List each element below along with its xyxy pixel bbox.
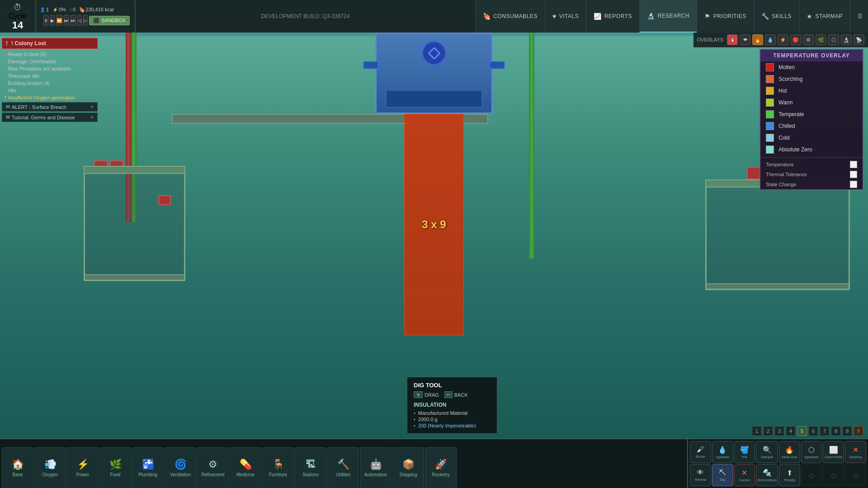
tab-food[interactable]: 🌿 Food	[99, 447, 131, 488]
tool-clear-floor[interactable]: ⬜ Clear Floor	[823, 441, 844, 463]
temp-color-temperate	[766, 110, 774, 118]
tool-spawner[interactable]: ⬡ Spawner	[801, 441, 822, 463]
tab-utilities[interactable]: 🔨 Utilities	[327, 447, 359, 488]
temperature-overlay-panel: TEMPERATURE OVERLAY Molten Scorching Hot…	[760, 49, 863, 190]
alert-surface-breach[interactable]: ✉ ALERT - Surface Breach ✕	[2, 102, 98, 112]
priority-3[interactable]: 3	[774, 426, 784, 436]
pause-btn[interactable]: ⏸	[43, 15, 49, 26]
morale-stat: ↕ 0	[70, 7, 75, 12]
tutorial-icon: ✉	[6, 114, 10, 120]
priority-8[interactable]: 8	[831, 426, 841, 436]
temp-checkbox-thermal[interactable]	[850, 171, 857, 178]
temp-option-state-change[interactable]: State Change	[760, 179, 863, 189]
temp-color-warm	[766, 99, 774, 107]
overlay-btn-2[interactable]: ❤	[740, 34, 750, 45]
tool-priority[interactable]: ⬆ Priority	[779, 464, 800, 486]
prev-btn[interactable]: ◁	[77, 15, 82, 26]
nav-starmap[interactable]: ★ STARMAP	[799, 0, 850, 33]
temp-scorching: Scorching	[760, 73, 863, 85]
alert-building-broken: Building broken (4)	[2, 80, 98, 87]
nav-skills[interactable]: 🔧 SKILLS	[754, 0, 799, 33]
tool-reveal[interactable]: 👁 Reveal	[690, 464, 711, 486]
reveal-icon: 👁	[697, 469, 704, 477]
tab-base[interactable]: 🏠 Base	[2, 447, 33, 488]
duplicant-icon: 👤	[40, 7, 45, 12]
overlay-btn-3[interactable]: 🔥	[752, 34, 763, 45]
alert-idle: Idle	[2, 87, 98, 94]
nav-consumables[interactable]: 🍖 CONSUMABLES	[475, 0, 545, 33]
tool-heat-gun[interactable]: 🔥 Heat Gun	[779, 441, 800, 463]
priority-9[interactable]: 9	[842, 426, 852, 436]
tab-refinement[interactable]: ⚙ Refinement	[197, 447, 229, 488]
priority-6[interactable]: 6	[808, 426, 818, 436]
overlay-btn-9[interactable]: ⬡	[828, 34, 839, 45]
overlay-btn-4[interactable]: 💧	[765, 34, 776, 45]
heat-gun-icon: 🔥	[785, 446, 794, 454]
temp-option-temperature[interactable]: Temperature	[760, 160, 863, 169]
left-panel: ! ! Colony Lost Ready to land (9) Damage…	[0, 36, 99, 124]
tool-fill[interactable]: 🪣 Fill	[734, 441, 755, 463]
tab-medicine[interactable]: 💊 Medicine	[230, 447, 261, 488]
tab-power[interactable]: ⚡ Power	[67, 447, 99, 488]
priority-4[interactable]: 4	[786, 426, 796, 436]
tab-plumbing[interactable]: 🚰 Plumbing	[132, 447, 164, 488]
priority-special[interactable]: !!	[854, 426, 863, 436]
overlay-btn-10[interactable]: 🔬	[841, 34, 852, 45]
nav-vitals[interactable]: ♥ VITALS	[545, 0, 586, 33]
calories-icon: 🍖	[79, 7, 85, 12]
play-btn[interactable]: ▶	[50, 15, 55, 26]
nav-priorities[interactable]: ⚑ PRIORITIES	[697, 0, 754, 33]
close-tutorial[interactable]: ✕	[90, 115, 94, 120]
temp-checkbox-temperature[interactable]	[850, 161, 857, 168]
tab-shipping[interactable]: 📦 Shipping	[392, 447, 424, 488]
temp-checkbox-state[interactable]	[850, 181, 857, 188]
priority-7[interactable]: 7	[820, 426, 830, 436]
alert-tutorial[interactable]: ✉ Tutorial: Germs and Disease ✕	[2, 113, 98, 122]
tab-ventilation[interactable]: 🌀 Ventilation	[165, 447, 196, 488]
temp-color-cold	[766, 134, 774, 142]
fast-btn[interactable]: ⏩	[56, 15, 62, 26]
skip-btn[interactable]: ⏭	[71, 15, 76, 26]
priority-1[interactable]: 1	[752, 426, 762, 436]
tool-cancel[interactable]: ✕ Cancel	[734, 464, 755, 486]
nav-reports[interactable]: 📈 REPORTS	[586, 0, 639, 33]
faster-btn[interactable]: ⏭	[64, 15, 69, 26]
priority-5[interactable]: 5	[797, 426, 807, 436]
overlay-btn-1[interactable]: 🌡	[727, 34, 738, 45]
tool-sample[interactable]: 🔍 Sample	[756, 441, 778, 463]
tool-deconstruct[interactable]: 🔩 Deconstruct	[756, 464, 778, 486]
tool-dig[interactable]: ⛏ Dig	[712, 464, 733, 486]
tab-oxygen[interactable]: 💨 Oxygen	[34, 447, 66, 488]
insulation-material: Manufactured Material	[414, 410, 491, 416]
overlay-btn-11[interactable]: 📡	[854, 34, 864, 45]
clear-floor-icon: ⬜	[829, 446, 838, 454]
tab-stations[interactable]: 🏗 Stations	[295, 447, 326, 488]
tab-rocketry[interactable]: 🚀 Rocketry	[425, 447, 457, 488]
calories-stat: 🍖 230,416 kcal	[79, 7, 113, 12]
plumbing-icon: 🚰	[142, 459, 154, 470]
overlay-btn-6[interactable]: 🔴	[790, 34, 801, 45]
tool-brush[interactable]: 🖌 Brush	[690, 441, 711, 463]
shipping-icon: 📦	[402, 459, 415, 470]
priority-2[interactable]: 2	[763, 426, 773, 436]
tool-sprinkle[interactable]: 💧 Sprinkle	[712, 441, 733, 463]
next-btn[interactable]: ▷	[83, 15, 88, 26]
cycle-number: 14	[12, 20, 23, 30]
fill-icon: 🪣	[740, 446, 749, 454]
overlay-btn-5[interactable]: ⚡	[778, 34, 788, 45]
temp-color-scorching	[766, 75, 774, 83]
dig-tool-tooltip: DIG TOOL 🖱 DRAG ↩ BACK INSULATION Manufa…	[407, 377, 497, 434]
close-surface-breach[interactable]: ✕	[90, 104, 94, 109]
temp-option-thermal-tolerance[interactable]: Thermal Tolerance	[760, 169, 863, 179]
pipe-right-green	[529, 33, 534, 258]
red-block-r1	[747, 167, 760, 179]
nav-extra[interactable]: ☰	[850, 0, 868, 33]
nav-research[interactable]: 🔬 RESEARCH	[639, 0, 697, 33]
overlay-btn-7[interactable]: ⚙	[803, 34, 814, 45]
vitals-icon: ♥	[552, 13, 557, 20]
tool-destroy[interactable]: ✕ Destroy	[845, 441, 866, 463]
tab-furniture[interactable]: 🪑 Furniture	[262, 447, 294, 488]
overlay-btn-8[interactable]: 🌿	[816, 34, 826, 45]
sprinkle-icon: 💧	[718, 446, 727, 454]
tab-automation[interactable]: 🤖 Automation	[360, 447, 392, 488]
